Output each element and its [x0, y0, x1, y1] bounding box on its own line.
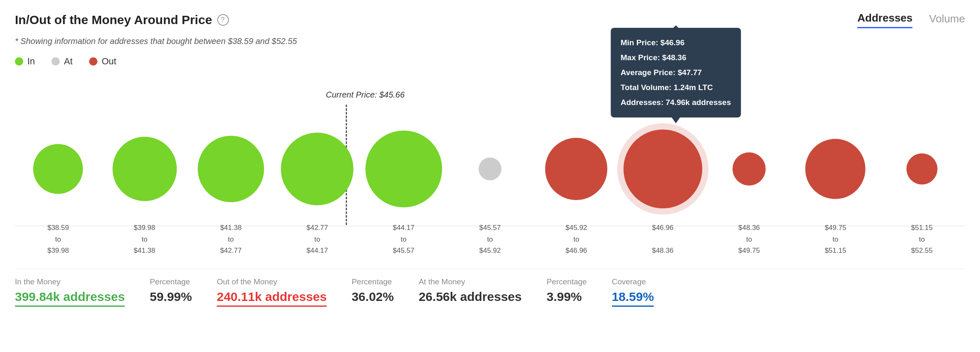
- bubble-col-1: [101, 115, 187, 223]
- tab-addresses[interactable]: Addresses: [857, 12, 912, 28]
- bubble-1: [112, 137, 177, 201]
- tooltip-min: Min Price: $46.96: [621, 35, 731, 50]
- bubble-2: [198, 136, 264, 202]
- stat-at-the-money: At the Money 26.56k addresses: [419, 277, 547, 307]
- stat-out-the-money: Out of the Money 240.11k addresses: [217, 277, 352, 307]
- tooltip-max: Max Price: $48.36: [621, 50, 731, 65]
- bubble-col-4: [360, 115, 446, 223]
- stat-pct-at: Percentage 3.99%: [546, 277, 611, 307]
- bubble-0: [33, 144, 83, 194]
- label-col-5: $45.57 to $45.92: [447, 222, 533, 256]
- stat-label-in: In the Money: [15, 277, 125, 286]
- legend: In At Out: [15, 56, 965, 67]
- help-icon[interactable]: ?: [217, 14, 229, 26]
- label-col-10: $51.15 to $52.55: [879, 222, 965, 256]
- current-price-label: Current Price: $45.66: [326, 90, 405, 100]
- stat-in-the-money: In the Money 399.84k addresses: [15, 277, 150, 307]
- bubble-col-9: [792, 115, 878, 223]
- labels-row: $38.59 to $39.98 $39.98 to $41.38 $41.38…: [15, 222, 965, 256]
- chart-area: Current Price: $45.66: [15, 82, 965, 256]
- stat-value-pct-out: 36.02%: [352, 290, 394, 304]
- tooltip: Min Price: $46.96 Max Price: $48.36 Aver…: [611, 28, 741, 117]
- bubble-col-6: [533, 115, 619, 223]
- stat-label-coverage: Coverage: [612, 277, 654, 286]
- main-container: In/Out of the Money Around Price ? Addre…: [0, 0, 980, 352]
- label-col-4: $44.17 to $45.57: [360, 222, 446, 256]
- tab-group: Addresses Volume: [857, 12, 965, 28]
- stat-underline-in: [15, 306, 125, 307]
- stat-label-pct-in: Percentage: [150, 277, 192, 286]
- label-col-8: $48.36 to $49.75: [706, 222, 792, 256]
- stat-value-in: 399.84k addresses: [15, 290, 125, 304]
- label-col-9: $49.75 to $51.15: [792, 222, 878, 256]
- stat-label-out: Out of the Money: [217, 277, 327, 286]
- tooltip-addresses: Addresses: 74.96k addresses: [621, 95, 731, 110]
- bubble-7: [623, 130, 702, 208]
- bubble-3: [281, 133, 354, 205]
- stat-pct-out: Percentage 36.02%: [352, 277, 419, 307]
- bubbles-row: Min Price: $46.96 Max Price: $48.36 Aver…: [15, 115, 965, 223]
- title-row: In/Out of the Money Around Price ?: [15, 13, 229, 27]
- bubble-5: [478, 158, 501, 181]
- label-col-3: $42.77 to $44.17: [274, 222, 360, 256]
- legend-label-at: At: [64, 56, 73, 67]
- legend-out: Out: [89, 56, 116, 67]
- stats-row: In the Money 399.84k addresses Percentag…: [15, 269, 965, 307]
- bubble-col-0: [15, 115, 101, 223]
- bubble-col-3: [274, 115, 360, 223]
- stat-underline-out: [217, 306, 327, 307]
- tooltip-volume: Total Volume: 1.24m LTC: [621, 80, 731, 95]
- stat-label-at: At the Money: [419, 277, 522, 286]
- stat-value-pct-at: 3.99%: [546, 290, 587, 304]
- label-col-7: $46.96 to $48.36: [620, 222, 706, 256]
- legend-dot-at: [51, 57, 60, 66]
- stat-underline-coverage: [612, 306, 654, 307]
- legend-label-out: Out: [102, 56, 116, 67]
- stat-pct-in: Percentage 59.99%: [150, 277, 217, 307]
- label-col-6: $45.92 to $46.96: [533, 222, 619, 256]
- bubble-col-7[interactable]: Min Price: $46.96 Max Price: $48.36 Aver…: [620, 115, 706, 223]
- stat-value-coverage: 18.59%: [612, 290, 654, 304]
- legend-dot-in: [15, 57, 23, 66]
- tooltip-avg: Average Price: $47.77: [621, 65, 731, 80]
- bubble-8: [733, 152, 766, 186]
- stat-value-out: 240.11k addresses: [217, 290, 327, 304]
- legend-at: At: [51, 56, 73, 67]
- bubble-col-5: [447, 115, 533, 223]
- stat-label-pct-at: Percentage: [546, 277, 587, 286]
- subtitle: * Showing information for addresses that…: [15, 37, 965, 46]
- bubble-10: [906, 154, 937, 185]
- stat-label-pct-out: Percentage: [352, 277, 394, 286]
- legend-dot-out: [89, 57, 97, 66]
- stat-value-pct-in: 59.99%: [150, 290, 192, 304]
- label-col-0: $38.59 to $39.98: [15, 222, 101, 256]
- stat-coverage: Coverage 18.59%: [612, 277, 679, 307]
- bubble-col-10: [879, 115, 965, 223]
- label-col-2: $41.38 to $42.77: [188, 222, 274, 256]
- legend-label-in: In: [27, 56, 35, 67]
- stat-value-at: 26.56k addresses: [419, 290, 522, 304]
- bubble-col-8: [706, 115, 792, 223]
- bubble-4: [365, 131, 442, 208]
- header: In/Out of the Money Around Price ? Addre…: [15, 12, 965, 28]
- bubble-6: [545, 138, 607, 200]
- page-title: In/Out of the Money Around Price: [15, 13, 212, 27]
- tab-volume[interactable]: Volume: [929, 12, 965, 28]
- legend-in: In: [15, 56, 35, 67]
- bubble-col-2: [188, 115, 274, 223]
- bubble-9: [805, 139, 866, 199]
- label-col-1: $39.98 to $41.38: [101, 222, 187, 256]
